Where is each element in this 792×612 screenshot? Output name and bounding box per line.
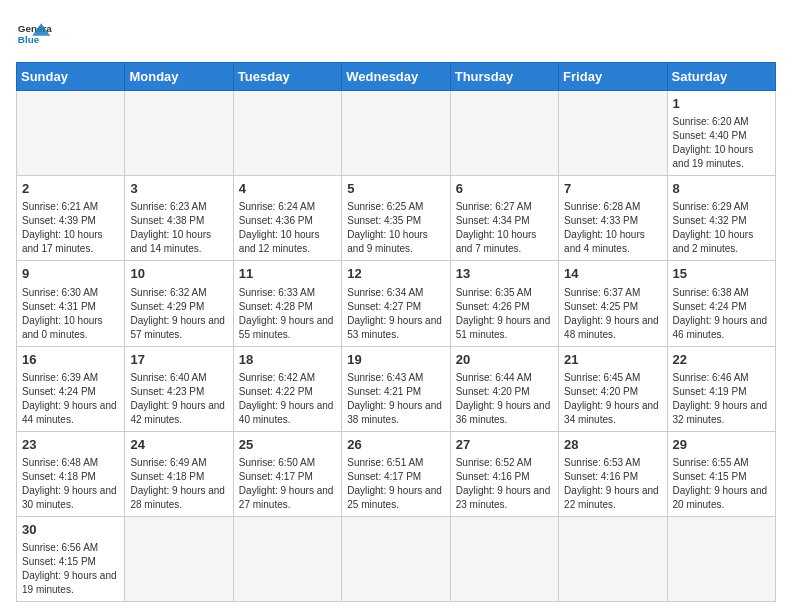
- day-info: Sunrise: 6:33 AM Sunset: 4:28 PM Dayligh…: [239, 286, 336, 342]
- calendar-cell: 9Sunrise: 6:30 AM Sunset: 4:31 PM Daylig…: [17, 261, 125, 346]
- day-info: Sunrise: 6:29 AM Sunset: 4:32 PM Dayligh…: [673, 200, 770, 256]
- day-number: 7: [564, 180, 661, 198]
- day-number: 20: [456, 351, 553, 369]
- header: General Blue: [16, 16, 776, 52]
- calendar-cell: 16Sunrise: 6:39 AM Sunset: 4:24 PM Dayli…: [17, 346, 125, 431]
- calendar-cell: 12Sunrise: 6:34 AM Sunset: 4:27 PM Dayli…: [342, 261, 450, 346]
- calendar-cell: [233, 91, 341, 176]
- day-info: Sunrise: 6:51 AM Sunset: 4:17 PM Dayligh…: [347, 456, 444, 512]
- day-number: 27: [456, 436, 553, 454]
- calendar-cell: 24Sunrise: 6:49 AM Sunset: 4:18 PM Dayli…: [125, 431, 233, 516]
- day-info: Sunrise: 6:44 AM Sunset: 4:20 PM Dayligh…: [456, 371, 553, 427]
- day-info: Sunrise: 6:50 AM Sunset: 4:17 PM Dayligh…: [239, 456, 336, 512]
- calendar: SundayMondayTuesdayWednesdayThursdayFrid…: [16, 62, 776, 602]
- calendar-cell: 22Sunrise: 6:46 AM Sunset: 4:19 PM Dayli…: [667, 346, 775, 431]
- day-of-week-header: Saturday: [667, 63, 775, 91]
- day-info: Sunrise: 6:46 AM Sunset: 4:19 PM Dayligh…: [673, 371, 770, 427]
- calendar-cell: 30Sunrise: 6:56 AM Sunset: 4:15 PM Dayli…: [17, 516, 125, 601]
- calendar-cell: 14Sunrise: 6:37 AM Sunset: 4:25 PM Dayli…: [559, 261, 667, 346]
- day-info: Sunrise: 6:40 AM Sunset: 4:23 PM Dayligh…: [130, 371, 227, 427]
- calendar-cell: [450, 516, 558, 601]
- day-of-week-header: Sunday: [17, 63, 125, 91]
- day-number: 2: [22, 180, 119, 198]
- calendar-cell: 6Sunrise: 6:27 AM Sunset: 4:34 PM Daylig…: [450, 176, 558, 261]
- calendar-cell: [450, 91, 558, 176]
- calendar-week-row: 1Sunrise: 6:20 AM Sunset: 4:40 PM Daylig…: [17, 91, 776, 176]
- day-number: 5: [347, 180, 444, 198]
- day-info: Sunrise: 6:52 AM Sunset: 4:16 PM Dayligh…: [456, 456, 553, 512]
- calendar-cell: 11Sunrise: 6:33 AM Sunset: 4:28 PM Dayli…: [233, 261, 341, 346]
- calendar-cell: [125, 516, 233, 601]
- calendar-cell: 27Sunrise: 6:52 AM Sunset: 4:16 PM Dayli…: [450, 431, 558, 516]
- day-number: 21: [564, 351, 661, 369]
- day-of-week-header: Monday: [125, 63, 233, 91]
- calendar-cell: 10Sunrise: 6:32 AM Sunset: 4:29 PM Dayli…: [125, 261, 233, 346]
- day-number: 26: [347, 436, 444, 454]
- day-info: Sunrise: 6:49 AM Sunset: 4:18 PM Dayligh…: [130, 456, 227, 512]
- day-info: Sunrise: 6:37 AM Sunset: 4:25 PM Dayligh…: [564, 286, 661, 342]
- day-number: 30: [22, 521, 119, 539]
- calendar-cell: [233, 516, 341, 601]
- day-info: Sunrise: 6:34 AM Sunset: 4:27 PM Dayligh…: [347, 286, 444, 342]
- day-number: 12: [347, 265, 444, 283]
- day-info: Sunrise: 6:55 AM Sunset: 4:15 PM Dayligh…: [673, 456, 770, 512]
- calendar-cell: [667, 516, 775, 601]
- day-number: 28: [564, 436, 661, 454]
- calendar-cell: 28Sunrise: 6:53 AM Sunset: 4:16 PM Dayli…: [559, 431, 667, 516]
- day-number: 29: [673, 436, 770, 454]
- calendar-header-row: SundayMondayTuesdayWednesdayThursdayFrid…: [17, 63, 776, 91]
- calendar-cell: 2Sunrise: 6:21 AM Sunset: 4:39 PM Daylig…: [17, 176, 125, 261]
- calendar-cell: 20Sunrise: 6:44 AM Sunset: 4:20 PM Dayli…: [450, 346, 558, 431]
- day-number: 19: [347, 351, 444, 369]
- day-number: 24: [130, 436, 227, 454]
- calendar-week-row: 23Sunrise: 6:48 AM Sunset: 4:18 PM Dayli…: [17, 431, 776, 516]
- calendar-cell: [125, 91, 233, 176]
- day-number: 4: [239, 180, 336, 198]
- calendar-cell: 4Sunrise: 6:24 AM Sunset: 4:36 PM Daylig…: [233, 176, 341, 261]
- logo: General Blue: [16, 16, 52, 52]
- day-info: Sunrise: 6:38 AM Sunset: 4:24 PM Dayligh…: [673, 286, 770, 342]
- day-number: 6: [456, 180, 553, 198]
- calendar-cell: 13Sunrise: 6:35 AM Sunset: 4:26 PM Dayli…: [450, 261, 558, 346]
- calendar-cell: [559, 516, 667, 601]
- day-number: 18: [239, 351, 336, 369]
- day-number: 22: [673, 351, 770, 369]
- day-number: 13: [456, 265, 553, 283]
- day-of-week-header: Tuesday: [233, 63, 341, 91]
- calendar-cell: 17Sunrise: 6:40 AM Sunset: 4:23 PM Dayli…: [125, 346, 233, 431]
- day-of-week-header: Friday: [559, 63, 667, 91]
- calendar-cell: 23Sunrise: 6:48 AM Sunset: 4:18 PM Dayli…: [17, 431, 125, 516]
- day-of-week-header: Wednesday: [342, 63, 450, 91]
- day-info: Sunrise: 6:30 AM Sunset: 4:31 PM Dayligh…: [22, 286, 119, 342]
- day-info: Sunrise: 6:43 AM Sunset: 4:21 PM Dayligh…: [347, 371, 444, 427]
- day-number: 11: [239, 265, 336, 283]
- day-number: 14: [564, 265, 661, 283]
- calendar-cell: 7Sunrise: 6:28 AM Sunset: 4:33 PM Daylig…: [559, 176, 667, 261]
- calendar-cell: [342, 516, 450, 601]
- calendar-cell: 29Sunrise: 6:55 AM Sunset: 4:15 PM Dayli…: [667, 431, 775, 516]
- day-info: Sunrise: 6:39 AM Sunset: 4:24 PM Dayligh…: [22, 371, 119, 427]
- day-info: Sunrise: 6:48 AM Sunset: 4:18 PM Dayligh…: [22, 456, 119, 512]
- calendar-cell: [342, 91, 450, 176]
- calendar-cell: 1Sunrise: 6:20 AM Sunset: 4:40 PM Daylig…: [667, 91, 775, 176]
- day-number: 8: [673, 180, 770, 198]
- day-number: 16: [22, 351, 119, 369]
- day-of-week-header: Thursday: [450, 63, 558, 91]
- calendar-week-row: 16Sunrise: 6:39 AM Sunset: 4:24 PM Dayli…: [17, 346, 776, 431]
- day-info: Sunrise: 6:56 AM Sunset: 4:15 PM Dayligh…: [22, 541, 119, 597]
- day-info: Sunrise: 6:53 AM Sunset: 4:16 PM Dayligh…: [564, 456, 661, 512]
- day-number: 23: [22, 436, 119, 454]
- calendar-cell: 25Sunrise: 6:50 AM Sunset: 4:17 PM Dayli…: [233, 431, 341, 516]
- day-number: 3: [130, 180, 227, 198]
- calendar-week-row: 2Sunrise: 6:21 AM Sunset: 4:39 PM Daylig…: [17, 176, 776, 261]
- day-info: Sunrise: 6:21 AM Sunset: 4:39 PM Dayligh…: [22, 200, 119, 256]
- day-info: Sunrise: 6:45 AM Sunset: 4:20 PM Dayligh…: [564, 371, 661, 427]
- calendar-cell: 3Sunrise: 6:23 AM Sunset: 4:38 PM Daylig…: [125, 176, 233, 261]
- calendar-cell: 5Sunrise: 6:25 AM Sunset: 4:35 PM Daylig…: [342, 176, 450, 261]
- calendar-cell: 19Sunrise: 6:43 AM Sunset: 4:21 PM Dayli…: [342, 346, 450, 431]
- calendar-cell: [17, 91, 125, 176]
- calendar-cell: 15Sunrise: 6:38 AM Sunset: 4:24 PM Dayli…: [667, 261, 775, 346]
- calendar-cell: [559, 91, 667, 176]
- day-info: Sunrise: 6:25 AM Sunset: 4:35 PM Dayligh…: [347, 200, 444, 256]
- calendar-cell: 8Sunrise: 6:29 AM Sunset: 4:32 PM Daylig…: [667, 176, 775, 261]
